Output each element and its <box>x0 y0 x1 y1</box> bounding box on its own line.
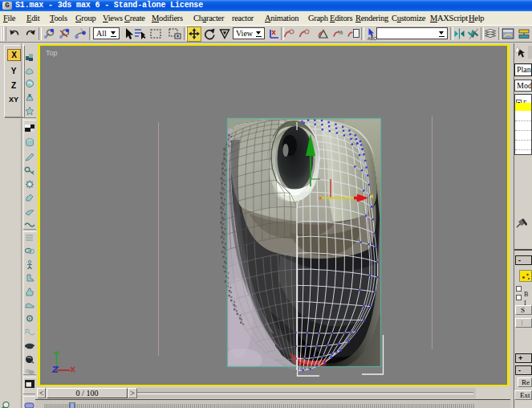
svg-text:%: % <box>338 30 343 35</box>
svg-text:ABC: ABC <box>368 36 376 41</box>
svg-text:Top: Top <box>46 49 58 57</box>
